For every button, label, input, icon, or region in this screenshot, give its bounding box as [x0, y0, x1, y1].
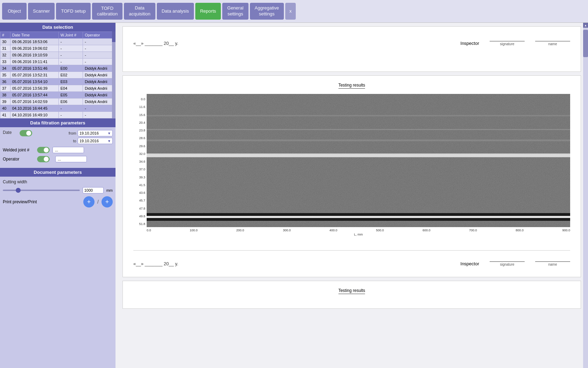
nav-data-analysis[interactable]: Data analysis [157, 3, 194, 20]
cell-num: 37 [0, 85, 10, 92]
name-text-1: name [548, 42, 557, 46]
name-text-2: name [548, 263, 557, 266]
table-row[interactable]: 39 05.07.2016 14:02:59 E06 Diddyk Andrii [0, 98, 115, 105]
date-to-arrow[interactable]: ▼ [107, 139, 111, 143]
testing-results-title: Testing results [338, 83, 365, 89]
y-axis-label: 49.8 [133, 214, 145, 218]
nav-tofd-setup[interactable]: TOFD setup [56, 3, 91, 20]
table-row[interactable]: 35 05.07.2016 13:52:31 E02 Diddyk Andrii [0, 72, 115, 79]
table-row[interactable]: 32 09.06.2016 19:10:59 - - [0, 52, 115, 59]
date-from-row: from 19.10.2016 ▼ [35, 130, 113, 136]
cell-wjoint: - [58, 45, 83, 52]
nav-tofd-calib[interactable]: TOFD calibration [92, 3, 122, 20]
operator-toggle[interactable] [37, 156, 50, 162]
table-scrollbar[interactable] [112, 32, 115, 118]
cell-date: 04.10.2016 16:44:45 [10, 105, 58, 112]
cell-num: 31 [0, 45, 10, 52]
cell-operator: Diddyk Andrii [83, 79, 115, 85]
cell-date: 09.06.2016 18:53:06 [10, 39, 58, 45]
slider-thumb[interactable] [16, 188, 21, 193]
print-row: Print preview/Print + / + [3, 196, 113, 207]
cutting-controls-row: mm [3, 187, 113, 193]
cell-date: 05.07.2016 13:51:46 [10, 65, 58, 72]
cell-num: 40 [0, 105, 10, 112]
date-to-value: 19.10.2016 [79, 139, 99, 143]
table-row[interactable]: 41 04.10.2016 16:49:10 - - [0, 112, 115, 118]
cell-num: 32 [0, 52, 10, 59]
cell-wjoint: - [58, 59, 83, 65]
table-row[interactable]: 31 09.06.2016 19:06:02 - - [0, 45, 115, 52]
nav-aggregative[interactable]: Aggregative settings [250, 3, 284, 20]
nav-data-acq[interactable]: Data acquisition [124, 3, 155, 20]
date-label: Date [3, 130, 17, 135]
nav-reports[interactable]: Reports [195, 3, 221, 20]
table-row[interactable]: 36 05.07.2016 13:54:10 E03 Diddyk Andrii [0, 79, 115, 85]
x-axis-unit-label: L, mm [147, 233, 570, 236]
filter-section: Date from 19.10.2016 ▼ to [0, 127, 115, 168]
doc-params: Cutting width mm Print preview/Print + /… [0, 177, 115, 210]
inspector-line-1: «__» _______ 20__ y. Inspector signature… [133, 41, 570, 49]
nav-general[interactable]: General settings [222, 3, 248, 20]
table-row[interactable]: 34 05.07.2016 13:51:46 E00 Diddyk Andrii [0, 65, 115, 72]
cutting-slider-container [3, 188, 80, 193]
table-row[interactable]: 37 05.07.2016 13:56:39 E04 Diddyk Andrii [0, 85, 115, 92]
table-scrollbar-thumb[interactable] [112, 32, 115, 42]
y-axis-label: 34.6 [133, 160, 145, 163]
cutting-width-label: Cutting width [3, 179, 31, 184]
operator-input[interactable] [55, 156, 87, 162]
cell-operator: Diddyk Andrii [83, 98, 115, 105]
weld-input[interactable] [52, 147, 84, 153]
cell-num: 36 [0, 79, 10, 85]
scroll-arrow-up[interactable]: ▲ [583, 23, 588, 28]
nav-close[interactable]: x [285, 3, 296, 20]
cell-num: 33 [0, 59, 10, 65]
date-toggle[interactable] [20, 130, 32, 136]
cutting-width-row: Cutting width [3, 179, 113, 184]
date-from-value: 19.10.2016 [79, 131, 99, 135]
date-from-input[interactable]: 19.10.2016 ▼ [78, 130, 113, 136]
cell-date: 05.07.2016 14:02:59 [10, 98, 58, 105]
date-inputs: from 19.10.2016 ▼ to 19.10.2016 ▼ [35, 130, 113, 144]
table-row[interactable]: 40 04.10.2016 16:44:45 - - [0, 105, 115, 112]
page-separator [133, 250, 570, 254]
bscan-image [147, 94, 570, 227]
cell-operator: Diddyk Andrii [83, 65, 115, 72]
weld-toggle[interactable] [37, 147, 50, 153]
inspector-line-2: «__» _______ 20__ y. Inspector signature… [133, 261, 570, 270]
date-to-input[interactable]: 19.10.2016 ▼ [78, 138, 113, 144]
cell-wjoint: E00 [58, 65, 83, 72]
cell-date: 05.07.2016 13:52:31 [10, 72, 58, 79]
cell-operator: Diddyk Andrii [83, 92, 115, 98]
print-preview-btn[interactable]: + [83, 196, 94, 207]
scroll-thumb-right[interactable] [583, 30, 588, 57]
cell-operator: - [83, 105, 115, 112]
table-row[interactable]: 30 09.06.2016 18:53:06 - - [0, 39, 115, 45]
operator-filter-row: Operator [3, 156, 113, 162]
bscan-container: 0.011.615.620.423.828.629.632.034.637.03… [133, 94, 570, 236]
sig-line-2 [490, 261, 525, 262]
col-operator: Operator [83, 32, 115, 39]
table-row[interactable]: 38 05.07.2016 13:57:44 E05 Diddyk Andrii [0, 92, 115, 98]
right-scrollbar[interactable]: ▲ [583, 23, 588, 368]
cell-operator: Diddyk Andrii [83, 85, 115, 92]
bscan-main: 0.0100.0200.0300.0400.0500.0600.0700.080… [147, 94, 570, 236]
cell-wjoint: E03 [58, 79, 83, 85]
nav-scanner[interactable]: Scanner [28, 3, 55, 20]
date-from-arrow[interactable]: ▼ [107, 131, 111, 135]
weld-filter-row: Welded joint # [3, 147, 113, 153]
cell-date: 05.07.2016 13:57:44 [10, 92, 58, 98]
slash-separator: / [97, 199, 99, 205]
cell-wjoint: - [58, 39, 83, 45]
y-axis-label: 29.6 [133, 144, 145, 148]
date-to-row: to 19.10.2016 ▼ [35, 138, 113, 144]
print-btn[interactable]: + [102, 196, 113, 207]
table-row[interactable]: 33 09.06.2016 19:11:41 - - [0, 59, 115, 65]
right-content: «__» _______ 20__ y. Inspector signature… [115, 23, 588, 368]
cutting-width-input[interactable] [83, 187, 104, 193]
nav-object[interactable]: Object [2, 3, 27, 20]
from-label: from [69, 131, 76, 135]
date-line-2: «__» _______ 20__ y. [133, 261, 178, 266]
col-datetime: Date Time [10, 32, 58, 39]
cell-wjoint: E05 [58, 92, 83, 98]
inspector-block-2: Inspector signature name [461, 261, 570, 266]
